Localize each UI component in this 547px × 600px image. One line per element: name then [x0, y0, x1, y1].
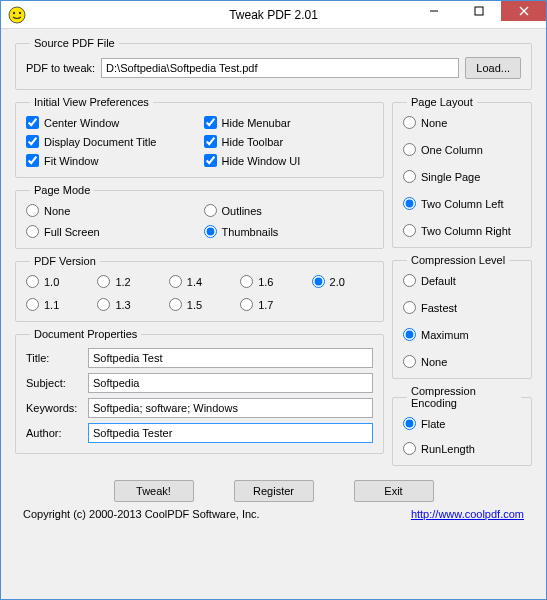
radio-ver-1-0[interactable]: 1.0 [26, 275, 87, 288]
title-label: Title: [26, 352, 82, 364]
title-input[interactable] [88, 348, 373, 368]
pdf-version-legend: PDF Version [30, 255, 100, 267]
radio-ver-1-6[interactable]: 1.6 [240, 275, 301, 288]
svg-point-2 [19, 11, 21, 13]
subject-label: Subject: [26, 377, 82, 389]
radio-comp-fastest[interactable]: Fastest [403, 301, 521, 314]
author-input[interactable] [88, 423, 373, 443]
svg-rect-4 [475, 7, 483, 15]
pdf-version-group: PDF Version 1.0 1.2 1.4 1.6 2.0 1.1 1.3 … [15, 255, 384, 322]
page-mode-legend: Page Mode [30, 184, 94, 196]
radio-ver-1-3[interactable]: 1.3 [97, 298, 158, 311]
radio-ver-1-2[interactable]: 1.2 [97, 275, 158, 288]
radio-enc-flate[interactable]: Flate [403, 417, 521, 430]
minimize-button[interactable] [411, 1, 456, 21]
content-area: Source PDF File PDF to tweak: Load... In… [1, 29, 546, 599]
pdf-path-input[interactable] [101, 58, 459, 78]
action-buttons: Tweak! Register Exit [15, 480, 532, 502]
load-button[interactable]: Load... [465, 57, 521, 79]
close-button[interactable] [501, 1, 546, 21]
pdf-path-label: PDF to tweak: [26, 62, 95, 74]
compression-level-legend: Compression Level [407, 254, 509, 266]
radio-ver-2-0[interactable]: 2.0 [312, 275, 373, 288]
page-layout-group: Page Layout None One Column Single Page … [392, 96, 532, 248]
radio-layout-single-page[interactable]: Single Page [403, 170, 521, 183]
keywords-input[interactable] [88, 398, 373, 418]
doc-props-group: Document Properties Title: Subject: Keyw… [15, 328, 384, 454]
copyright-text: Copyright (c) 2000-2013 CoolPDF Software… [23, 508, 260, 520]
compression-level-group: Compression Level Default Fastest Maximu… [392, 254, 532, 379]
radio-comp-none[interactable]: None [403, 355, 521, 368]
register-button[interactable]: Register [234, 480, 314, 502]
check-hide-menubar[interactable]: Hide Menubar [204, 116, 374, 129]
maximize-button[interactable] [456, 1, 501, 21]
radio-layout-two-col-right[interactable]: Two Column Right [403, 224, 521, 237]
radio-pagemode-none[interactable]: None [26, 204, 196, 217]
radio-ver-1-7[interactable]: 1.7 [240, 298, 301, 311]
check-hide-toolbar[interactable]: Hide Toolbar [204, 135, 374, 148]
tweak-button[interactable]: Tweak! [114, 480, 194, 502]
radio-pagemode-fullscreen[interactable]: Full Screen [26, 225, 196, 238]
svg-point-0 [9, 7, 25, 23]
radio-layout-one-column[interactable]: One Column [403, 143, 521, 156]
titlebar: Tweak PDF 2.01 [1, 1, 546, 29]
radio-pagemode-outlines[interactable]: Outlines [204, 204, 374, 217]
website-link[interactable]: http://www.coolpdf.com [411, 508, 524, 520]
page-layout-legend: Page Layout [407, 96, 477, 108]
subject-input[interactable] [88, 373, 373, 393]
check-fit-window[interactable]: Fit Window [26, 154, 196, 167]
page-mode-group: Page Mode None Outlines Full Screen Thum… [15, 184, 384, 249]
app-icon [7, 5, 27, 25]
author-label: Author: [26, 427, 82, 439]
compression-encoding-legend: Compression Encoding [407, 385, 521, 409]
radio-ver-1-1[interactable]: 1.1 [26, 298, 87, 311]
footer: Copyright (c) 2000-2013 CoolPDF Software… [15, 508, 532, 520]
radio-comp-maximum[interactable]: Maximum [403, 328, 521, 341]
radio-enc-runlength[interactable]: RunLength [403, 442, 521, 455]
radio-ver-1-5[interactable]: 1.5 [169, 298, 230, 311]
source-pdf-group: Source PDF File PDF to tweak: Load... [15, 37, 532, 90]
radio-layout-two-col-left[interactable]: Two Column Left [403, 197, 521, 210]
keywords-label: Keywords: [26, 402, 82, 414]
check-hide-window-ui[interactable]: Hide Window UI [204, 154, 374, 167]
radio-ver-1-4[interactable]: 1.4 [169, 275, 230, 288]
initial-view-legend: Initial View Preferences [30, 96, 153, 108]
radio-comp-default[interactable]: Default [403, 274, 521, 287]
check-center-window[interactable]: Center Window [26, 116, 196, 129]
svg-point-1 [13, 11, 15, 13]
radio-layout-none[interactable]: None [403, 116, 521, 129]
initial-view-group: Initial View Preferences Center Window H… [15, 96, 384, 178]
exit-button[interactable]: Exit [354, 480, 434, 502]
window-controls [411, 1, 546, 21]
check-display-title[interactable]: Display Document Title [26, 135, 196, 148]
initial-view-grid: Center Window Hide Menubar Display Docum… [26, 116, 373, 167]
window: Tweak PDF 2.01 Source PDF File PDF to tw… [0, 0, 547, 600]
radio-pagemode-thumbnails[interactable]: Thumbnails [204, 225, 374, 238]
doc-props-legend: Document Properties [30, 328, 141, 340]
compression-encoding-group: Compression Encoding Flate RunLength [392, 385, 532, 466]
source-legend: Source PDF File [30, 37, 119, 49]
